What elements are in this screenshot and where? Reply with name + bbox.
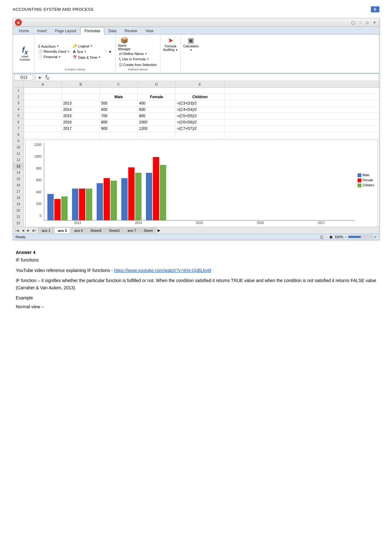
- cell-a4[interactable]: [24, 107, 62, 113]
- cell-b4[interactable]: 2014: [62, 107, 100, 113]
- sheet-tab-ans4[interactable]: ans 4: [71, 228, 86, 233]
- tab-review[interactable]: Review: [121, 27, 141, 34]
- use-in-formula-button[interactable]: fx Use in Formula ▼: [118, 57, 158, 62]
- cell-a3[interactable]: [24, 100, 62, 106]
- define-name-button[interactable]: 🏷 Define Name ▼: [118, 51, 158, 56]
- tab-home[interactable]: Home: [15, 27, 33, 34]
- row-header-8[interactable]: 8: [13, 132, 24, 138]
- cell-d6[interactable]: 1000: [138, 119, 176, 125]
- financial-dropdown[interactable]: ▼: [58, 56, 61, 58]
- youtube-link[interactable]: https://www.youtube.com/watch?v=iKN-QpBL…: [114, 268, 211, 273]
- fx-formula-button[interactable]: fx: [45, 74, 50, 80]
- col-header-a[interactable]: A: [24, 81, 62, 87]
- logical-button[interactable]: 🔑 Logical ▼: [72, 44, 101, 48]
- prev-sheet-button[interactable]: ◀: [21, 228, 26, 232]
- col-header-b[interactable]: B: [62, 81, 100, 87]
- text-dropdown[interactable]: ▼: [84, 50, 87, 53]
- row-header-3[interactable]: 3: [13, 100, 24, 106]
- cell-c1[interactable]: [100, 88, 138, 94]
- row-header-16[interactable]: 16: [13, 182, 24, 189]
- cell-c7[interactable]: 900: [100, 126, 138, 132]
- cell-d7[interactable]: 1200: [138, 126, 176, 132]
- cancel-formula-button[interactable]: ►: [37, 75, 43, 80]
- row-header-17[interactable]: 17: [13, 189, 24, 195]
- cell-d8[interactable]: [138, 132, 176, 138]
- row-header-1[interactable]: 1: [13, 87, 24, 94]
- cell-a1[interactable]: [24, 88, 62, 94]
- cell-c8[interactable]: [100, 132, 138, 138]
- cell-b6[interactable]: 2016: [62, 119, 100, 125]
- cell-reference-input[interactable]: [14, 75, 33, 80]
- minimize-button[interactable]: –: [358, 21, 363, 24]
- formula-input[interactable]: [51, 75, 378, 80]
- recently-used-button[interactable]: 🕑 Recently Used ▼: [37, 49, 70, 54]
- row-header-2[interactable]: 2: [13, 94, 24, 100]
- name-manager-button[interactable]: 📦 NameManager: [118, 36, 130, 51]
- sheet-scroll-right[interactable]: ▶: [158, 228, 160, 232]
- col-header-d[interactable]: D: [138, 81, 176, 87]
- calculation-button[interactable]: ▣ Calculation▼: [183, 36, 199, 51]
- tab-view[interactable]: View: [141, 27, 158, 34]
- logical-dropdown[interactable]: ▼: [90, 45, 93, 47]
- cell-d2[interactable]: Female: [138, 94, 176, 100]
- row-header-5[interactable]: 5: [13, 113, 24, 119]
- last-sheet-button[interactable]: ▶|: [31, 228, 37, 232]
- sheet-tab-ans7[interactable]: ans 7: [124, 228, 140, 233]
- row-header-12[interactable]: 12: [13, 157, 24, 163]
- row-header-7[interactable]: 7: [13, 125, 24, 132]
- insert-function-button[interactable]: fx InsertFunction: [17, 45, 33, 62]
- sheet-tab-ans3[interactable]: ans 3: [54, 228, 70, 233]
- cell-b3[interactable]: 2013: [62, 100, 100, 106]
- cell-a8[interactable]: [24, 132, 62, 138]
- close-button[interactable]: ✕: [372, 21, 377, 25]
- row-header-19[interactable]: 19: [13, 201, 24, 208]
- col-header-c[interactable]: C: [100, 81, 138, 87]
- cell-e7[interactable]: =(C7+D7)/2: [176, 126, 225, 132]
- row-header-20[interactable]: 20: [13, 208, 24, 214]
- page-break-view-button[interactable]: ◼: [329, 235, 333, 239]
- cell-c4[interactable]: 600: [100, 107, 138, 113]
- sheet-tab-sheet1[interactable]: Sheet1: [106, 228, 124, 233]
- cell-a5[interactable]: [24, 113, 62, 119]
- cell-e4[interactable]: =(C4+D4)/2: [176, 107, 225, 113]
- cell-b7[interactable]: 2017: [62, 126, 100, 132]
- text-button[interactable]: A Text ▼: [72, 49, 101, 54]
- cell-e5[interactable]: =(C5+D5)/2: [176, 113, 225, 119]
- sheet-tab-sheet3[interactable]: Sheet3: [87, 228, 105, 233]
- row-header-13[interactable]: 13: [13, 163, 24, 170]
- row-header-21[interactable]: 21: [13, 214, 24, 220]
- cell-c5[interactable]: 700: [100, 113, 138, 119]
- row-header-15[interactable]: 15: [13, 176, 24, 182]
- next-sheet-button[interactable]: ▶: [26, 228, 31, 232]
- cell-a2[interactable]: [24, 94, 62, 100]
- zoom-out-button[interactable]: −: [345, 235, 347, 239]
- cell-d1[interactable]: [138, 88, 176, 94]
- sheet-tab-sheet[interactable]: Sheet: [140, 228, 156, 233]
- recently-used-dropdown[interactable]: ▼: [67, 50, 70, 53]
- cell-d3[interactable]: 400: [138, 100, 176, 106]
- cell-e8[interactable]: [176, 132, 225, 138]
- cell-a7[interactable]: [24, 126, 62, 132]
- autosum-dropdown[interactable]: ▼: [57, 45, 59, 48]
- tab-page-layout[interactable]: Page Layout: [51, 27, 80, 34]
- normal-view-button[interactable]: ◫: [320, 235, 323, 239]
- formula-auditing-button[interactable]: ➤ FormulaAuditing ▼: [163, 36, 178, 51]
- date-time-dropdown[interactable]: ▼: [98, 56, 101, 59]
- tab-insert[interactable]: Insert: [33, 27, 51, 34]
- row-header-10[interactable]: 10: [13, 144, 24, 151]
- row-header-14[interactable]: 14: [13, 170, 24, 176]
- row-header-4[interactable]: 4: [13, 106, 24, 113]
- page-layout-view-button[interactable]: ◽: [324, 235, 329, 239]
- cell-e3[interactable]: =(C3+D3)/2: [176, 100, 225, 106]
- autosum-button[interactable]: Σ AutoSum ▼: [37, 44, 70, 49]
- cell-c2[interactable]: Male: [100, 94, 138, 100]
- zoom-in-button[interactable]: +: [375, 235, 377, 239]
- cell-e6[interactable]: =(C6+D6)/2: [176, 119, 225, 125]
- cell-d5[interactable]: 800: [138, 113, 176, 119]
- cell-e2[interactable]: Children: [176, 94, 225, 100]
- create-from-selection-button[interactable]: ◫ Create from Selection: [118, 62, 158, 67]
- first-sheet-button[interactable]: |◀: [14, 228, 20, 232]
- cell-a6[interactable]: [24, 119, 62, 125]
- row-header-9[interactable]: 9: [13, 138, 24, 144]
- tab-formulas[interactable]: Formulas: [80, 27, 104, 34]
